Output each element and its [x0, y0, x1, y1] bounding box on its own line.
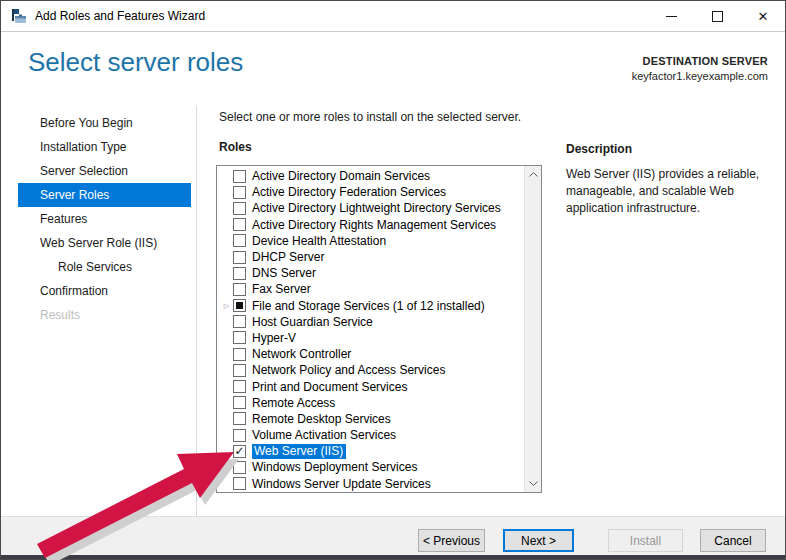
install-button: Install — [608, 529, 683, 552]
sidebar-item-before-you-begin[interactable]: Before You Begin — [1, 111, 196, 135]
sidebar-item-web-server-role-iis[interactable]: Web Server Role (IIS) — [1, 231, 196, 255]
role-checkbox[interactable] — [233, 412, 246, 425]
previous-button[interactable]: < Previous — [418, 529, 485, 552]
role-label[interactable]: Network Controller — [252, 347, 351, 361]
role-checkbox[interactable] — [233, 202, 246, 215]
cancel-button[interactable]: Cancel — [700, 529, 766, 552]
sidebar-item-confirmation[interactable]: Confirmation — [1, 279, 196, 303]
sidebar-item-role-services[interactable]: Role Services — [1, 255, 196, 279]
role-checkbox[interactable] — [233, 299, 246, 312]
role-row-hyper-v[interactable]: Hyper-V — [217, 330, 524, 346]
role-label[interactable]: Device Health Attestation — [252, 234, 386, 248]
role-checkbox[interactable] — [233, 170, 246, 183]
role-row-volume-activation-services[interactable]: Volume Activation Services — [217, 427, 524, 443]
role-row-active-directory-rights-management-services[interactable]: Active Directory Rights Management Servi… — [217, 217, 524, 233]
role-label[interactable]: DHCP Server — [252, 250, 324, 264]
minimize-button[interactable] — [648, 1, 694, 31]
role-label[interactable]: Remote Access — [252, 396, 335, 410]
wizard-app-icon — [11, 8, 27, 24]
role-label[interactable]: Active Directory Lightweight Directory S… — [252, 201, 501, 215]
role-label[interactable]: Windows Server Update Services — [252, 477, 431, 491]
role-row-active-directory-federation-services[interactable]: Active Directory Federation Services — [217, 184, 524, 200]
sidebar-divider — [196, 106, 197, 516]
role-label[interactable]: Active Directory Federation Services — [252, 185, 446, 199]
scrollbar-track[interactable] — [524, 166, 541, 492]
role-row-web-server-iis[interactable]: ✓Web Server (IIS) — [217, 443, 524, 459]
scroll-down-icon[interactable] — [525, 475, 541, 492]
sidebar-item-server-roles[interactable]: Server Roles — [18, 183, 191, 207]
minimize-icon — [666, 16, 677, 17]
sidebar-item-server-selection[interactable]: Server Selection — [1, 159, 196, 183]
role-checkbox[interactable] — [233, 461, 246, 474]
description-title: Description — [566, 142, 632, 156]
destination-server-block: DESTINATION SERVER keyfactor1.keyexample… — [632, 55, 768, 82]
role-row-host-guardian-service[interactable]: Host Guardian Service — [217, 314, 524, 330]
role-row-dhcp-server[interactable]: DHCP Server — [217, 249, 524, 265]
role-label[interactable]: Host Guardian Service — [252, 315, 373, 329]
description-text: Web Server (IIS) provides a reliable, ma… — [566, 166, 774, 217]
role-checkbox[interactable] — [233, 283, 246, 296]
next-button[interactable]: Next > — [503, 529, 574, 552]
role-label[interactable]: Hyper-V — [252, 331, 296, 345]
title-bar[interactable]: Add Roles and Features Wizard ✕ — [1, 1, 785, 31]
roles-listbox[interactable]: Active Directory Domain ServicesActive D… — [216, 165, 542, 493]
role-checkbox[interactable] — [233, 218, 246, 231]
sidebar-item-installation-type[interactable]: Installation Type — [1, 135, 196, 159]
checkmark-icon: ✓ — [234, 445, 244, 457]
role-label[interactable]: Windows Deployment Services — [252, 460, 417, 474]
role-checkbox[interactable] — [233, 186, 246, 199]
role-label[interactable]: Web Server (IIS) — [252, 444, 346, 459]
wizard-window: Add Roles and Features Wizard ✕ Select s… — [0, 0, 786, 560]
sidebar-item-features[interactable]: Features — [1, 207, 196, 231]
role-checkbox[interactable] — [233, 380, 246, 393]
sidebar-item-results: Results — [1, 303, 196, 327]
role-row-active-directory-lightweight-directory-services[interactable]: Active Directory Lightweight Directory S… — [217, 200, 524, 216]
role-label[interactable]: Fax Server — [252, 282, 311, 296]
role-row-active-directory-domain-services[interactable]: Active Directory Domain Services — [217, 168, 524, 184]
role-label[interactable]: Volume Activation Services — [252, 428, 396, 442]
role-row-remote-desktop-services[interactable]: Remote Desktop Services — [217, 411, 524, 427]
role-row-network-policy-and-access-services[interactable]: Network Policy and Access Services — [217, 362, 524, 378]
window-bottom-edge — [1, 555, 785, 559]
close-button[interactable]: ✕ — [740, 1, 786, 31]
role-checkbox[interactable] — [233, 348, 246, 361]
titlebar-separator — [1, 31, 785, 32]
role-label[interactable]: Active Directory Rights Management Servi… — [252, 218, 496, 232]
roles-list-label: Roles — [219, 140, 252, 154]
role-label[interactable]: File and Storage Services (1 of 12 insta… — [252, 299, 485, 313]
role-checkbox[interactable] — [233, 251, 246, 264]
maximize-icon — [712, 11, 723, 22]
wizard-steps-nav: Before You BeginInstallation TypeServer … — [1, 111, 196, 327]
role-label[interactable]: Remote Desktop Services — [252, 412, 391, 426]
expand-arrow-icon[interactable]: ▷ — [220, 302, 233, 310]
role-label[interactable]: Print and Document Services — [252, 380, 407, 394]
roles-rows: Active Directory Domain ServicesActive D… — [217, 166, 524, 492]
role-checkbox[interactable]: ✓ — [233, 445, 246, 458]
role-label[interactable]: Active Directory Domain Services — [252, 169, 430, 183]
role-row-print-and-document-services[interactable]: Print and Document Services — [217, 378, 524, 394]
scroll-up-icon[interactable] — [525, 166, 541, 183]
role-checkbox[interactable] — [233, 331, 246, 344]
role-row-dns-server[interactable]: DNS Server — [217, 265, 524, 281]
role-row-windows-server-update-services[interactable]: Windows Server Update Services — [217, 476, 524, 492]
maximize-button[interactable] — [694, 1, 740, 31]
role-checkbox[interactable] — [233, 267, 246, 280]
role-checkbox[interactable] — [233, 315, 246, 328]
role-checkbox[interactable] — [233, 364, 246, 377]
role-checkbox[interactable] — [233, 234, 246, 247]
destination-server-label: DESTINATION SERVER — [632, 55, 768, 67]
role-checkbox[interactable] — [233, 477, 246, 490]
role-checkbox[interactable] — [233, 429, 246, 442]
role-row-network-controller[interactable]: Network Controller — [217, 346, 524, 362]
role-label[interactable]: DNS Server — [252, 266, 316, 280]
window-title: Add Roles and Features Wizard — [35, 9, 205, 23]
role-row-remote-access[interactable]: Remote Access — [217, 395, 524, 411]
role-row-windows-deployment-services[interactable]: Windows Deployment Services — [217, 459, 524, 475]
role-label[interactable]: Network Policy and Access Services — [252, 363, 445, 377]
role-row-file-and-storage-services-1-of-12-installed[interactable]: ▷File and Storage Services (1 of 12 inst… — [217, 298, 524, 314]
role-row-fax-server[interactable]: Fax Server — [217, 281, 524, 297]
role-row-device-health-attestation[interactable]: Device Health Attestation — [217, 233, 524, 249]
role-checkbox[interactable] — [233, 396, 246, 409]
instruction-text: Select one or more roles to install on t… — [219, 110, 521, 124]
close-icon: ✕ — [758, 10, 769, 23]
